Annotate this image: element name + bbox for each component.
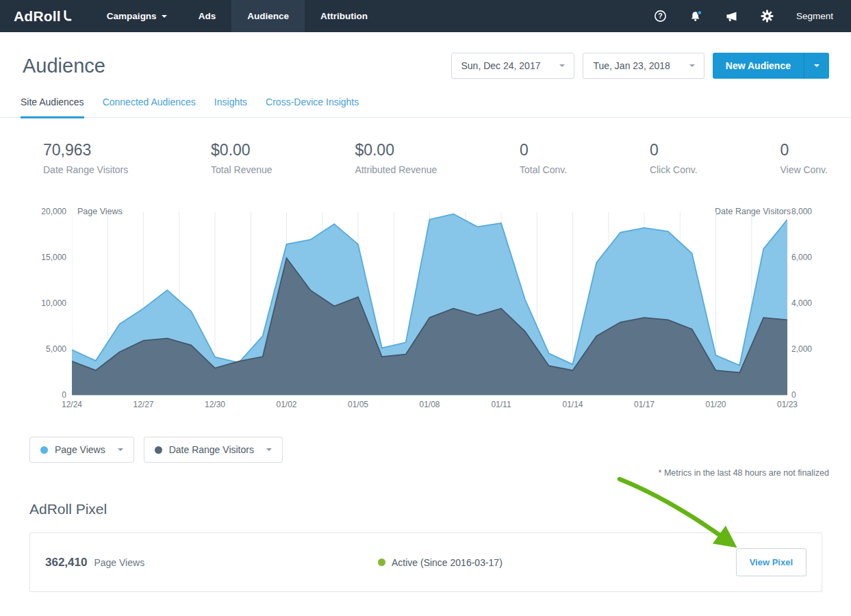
stat-label: View Conv. [780, 164, 828, 175]
legend-label: Date Range Visitors [169, 444, 254, 455]
new-audience-main[interactable]: New Audience [713, 53, 804, 79]
nav-audience[interactable]: Audience [231, 0, 305, 32]
tab-insights[interactable]: Insights [214, 97, 247, 118]
pixel-status: Active (Since 2016-03-17) [378, 557, 503, 568]
stat-total-conv: 0 Total Conv. [520, 141, 567, 175]
left-axis-tick: 15,000 [29, 253, 66, 262]
new-audience-button: New Audience [713, 53, 829, 79]
x-axis-tick: 12/30 [194, 400, 236, 409]
stat-label: Attributed Revenue [355, 164, 437, 175]
start-date-select[interactable]: Sun, Dec 24, 2017 [451, 53, 575, 79]
nav-campaigns[interactable]: Campaigns [91, 0, 183, 32]
x-axis-tick: 01/02 [266, 400, 307, 409]
megaphone-icon[interactable] [725, 10, 739, 23]
traffic-chart: Page Views Date Range Visitors 20,00015,… [29, 205, 836, 422]
date-range-visitors-dot [155, 446, 162, 454]
stat-label: Date Range Visitors [43, 164, 128, 175]
page-header: Audience Sun, Dec 24, 2017 Tue, Jan 23, … [0, 32, 851, 79]
stats-row: 70,963 Date Range Visitors $0.00 Total R… [0, 118, 851, 175]
new-audience-caret[interactable] [804, 53, 829, 79]
chevron-down-icon [118, 448, 123, 451]
legend-page-views-select[interactable]: Page Views [29, 437, 134, 463]
nav-campaigns-label: Campaigns [107, 11, 157, 21]
top-navbar: AdRoll Campaigns Ads Audience Attributio… [0, 0, 851, 32]
chevron-down-icon [689, 64, 695, 67]
adroll-logo-text: AdRoll [14, 8, 61, 25]
status-dot [378, 559, 385, 566]
nav-ads-label: Ads [199, 11, 216, 21]
stat-value: 0 [780, 141, 828, 159]
stat-value: 0 [520, 141, 567, 159]
metrics-footnote: * Metrics in the last 48 hours are not f… [0, 468, 829, 478]
x-axis-tick: 01/14 [552, 400, 594, 409]
chevron-down-icon [814, 64, 820, 67]
nav-audience-label: Audience [247, 11, 289, 21]
stat-attributed-revenue: $0.00 Attributed Revenue [355, 141, 437, 175]
x-axis-tick: 01/20 [696, 400, 737, 409]
left-axis-tick: 0 [29, 390, 66, 400]
stat-value: 70,963 [43, 141, 128, 159]
tab-connected-audiences[interactable]: Connected Audiences [103, 97, 196, 118]
x-axis-tick: 01/17 [624, 400, 665, 409]
view-pixel-button[interactable]: View Pixel [736, 548, 806, 576]
stat-value: 0 [650, 141, 698, 159]
page: AdRoll Campaigns Ads Audience Attributio… [0, 0, 851, 592]
chevron-down-icon [559, 64, 565, 67]
chevron-down-icon [162, 15, 167, 18]
right-axis-tick: 6,000 [791, 253, 828, 262]
adroll-pixel-card: 362,410 Page Views Active (Since 2016-03… [29, 532, 822, 592]
stat-view-conv: 0 View Conv. [780, 141, 828, 175]
nav-attribution-label: Attribution [320, 11, 368, 21]
pixel-page-views-label: Page Views [94, 557, 144, 568]
stat-value: $0.00 [355, 141, 437, 159]
right-axis-tick: 2,000 [791, 344, 828, 354]
nav-ads[interactable]: Ads [183, 0, 232, 32]
x-axis-tick: 01/23 [767, 400, 808, 409]
end-date-value: Tue, Jan 23, 2018 [593, 60, 670, 71]
chart-legend: Page Views Date Range Visitors [29, 437, 851, 463]
stat-label: Click Conv. [650, 164, 698, 175]
right-axis-tick: 8,000 [791, 207, 828, 216]
nav-attribution[interactable]: Attribution [305, 0, 383, 32]
start-date-value: Sun, Dec 24, 2017 [461, 60, 541, 71]
stat-date-range-visitors: 70,963 Date Range Visitors [43, 141, 128, 175]
navbar-right: ? [654, 0, 851, 32]
adroll-logo[interactable]: AdRoll [0, 0, 91, 32]
help-icon[interactable]: ? [654, 10, 668, 23]
page-views-dot [40, 446, 48, 454]
header-controls: Sun, Dec 24, 2017 Tue, Jan 23, 2018 New … [451, 53, 830, 79]
status-text: Active (Since 2016-03-17) [392, 557, 503, 568]
chart-plot [72, 212, 787, 396]
pixel-page-views-value: 362,410 [45, 556, 87, 569]
left-axis-tick: 5,000 [29, 344, 66, 354]
chevron-down-icon [266, 448, 272, 451]
stat-label: Total Conv. [520, 164, 567, 175]
x-axis-tick: 01/08 [409, 400, 450, 409]
x-axis-tick: 01/05 [338, 400, 379, 409]
legend-date-range-visitors-select[interactable]: Date Range Visitors [144, 437, 283, 463]
right-axis-tick: 0 [791, 390, 828, 400]
left-axis-tick: 10,000 [29, 298, 66, 308]
tab-cross-device-insights[interactable]: Cross-Device Insights [266, 97, 359, 118]
legend-label: Page Views [55, 444, 105, 455]
x-axis-tick: 12/27 [123, 400, 164, 409]
settings-icon[interactable] [761, 10, 774, 23]
adroll-logo-glyph [63, 8, 72, 25]
notifications-icon[interactable] [689, 10, 703, 23]
x-axis-tick: 01/11 [481, 400, 522, 409]
page-title: Audience [23, 55, 105, 77]
stat-value: $0.00 [211, 141, 272, 159]
adroll-pixel-heading: AdRoll Pixel [29, 501, 851, 517]
segment-menu[interactable]: Segment [796, 11, 833, 21]
left-axis-tick: 20,000 [29, 207, 66, 216]
main-nav: Campaigns Ads Audience Attribution [91, 0, 383, 32]
tab-site-audiences[interactable]: Site Audiences [21, 97, 84, 118]
audience-tabs: Site Audiences Connected Audiences Insig… [0, 79, 851, 118]
stat-total-revenue: $0.00 Total Revenue [211, 141, 272, 175]
right-axis-tick: 4,000 [791, 298, 828, 308]
x-axis-tick: 12/24 [51, 400, 92, 409]
stat-click-conv: 0 Click Conv. [650, 141, 698, 175]
svg-text:?: ? [659, 12, 663, 20]
stat-label: Total Revenue [211, 164, 272, 175]
end-date-select[interactable]: Tue, Jan 23, 2018 [583, 53, 704, 79]
